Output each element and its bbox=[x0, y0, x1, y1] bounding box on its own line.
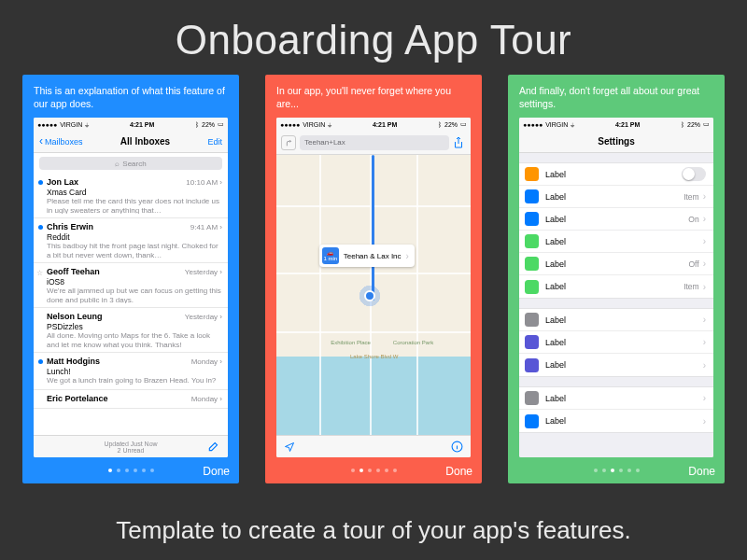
mail-row[interactable]: Matt HodginsMonday ›Lunch!We got a lunch… bbox=[34, 353, 228, 390]
wifi-icon: ⏚ bbox=[85, 121, 89, 128]
settings-list[interactable]: LabelLabelItem›LabelOn›Label›LabelOff›La… bbox=[519, 153, 713, 457]
unread-dot-icon bbox=[38, 359, 43, 364]
settings-row[interactable]: Label› bbox=[519, 309, 713, 331]
mail-preview: Please tell me the card this year does n… bbox=[47, 197, 222, 214]
settings-label: Label bbox=[545, 259, 688, 269]
directions-button[interactable] bbox=[281, 135, 296, 150]
settings-app-icon bbox=[525, 335, 539, 349]
bluetooth-icon: ᛒ bbox=[195, 121, 199, 128]
page-dot[interactable] bbox=[619, 469, 623, 472]
page-dot[interactable] bbox=[393, 469, 397, 472]
bluetooth-icon: ᛒ bbox=[438, 121, 442, 128]
page-dot[interactable] bbox=[359, 469, 363, 472]
mail-row[interactable]: Nelson LeungYesterday ›PSDizzlesAll done… bbox=[34, 308, 228, 353]
page-dot[interactable] bbox=[150, 469, 154, 472]
maps-toolbar bbox=[276, 435, 471, 457]
settings-row[interactable]: LabelOff› bbox=[519, 253, 713, 275]
settings-app-icon bbox=[525, 234, 539, 248]
panels-row: This is an explanation of what this feat… bbox=[0, 75, 747, 483]
mail-time: Yesterday › bbox=[185, 313, 222, 321]
maps-navbar: Teehan+Lax bbox=[276, 131, 471, 155]
signal-dots-icon: ●●●●● bbox=[523, 121, 543, 128]
car-pin-icon: 🚗 1 min bbox=[322, 247, 339, 264]
page-dots[interactable] bbox=[108, 469, 154, 472]
settings-app-icon bbox=[525, 189, 539, 203]
map-canvas[interactable]: 🚗 1 min Teehan & Lax Inc › Exhibition Pl… bbox=[276, 155, 471, 435]
back-button[interactable]: Mailboxes bbox=[39, 137, 83, 147]
page-dot[interactable] bbox=[134, 469, 137, 472]
done-button[interactable]: Done bbox=[445, 465, 472, 478]
page-dot[interactable] bbox=[376, 469, 380, 472]
page-dot[interactable] bbox=[108, 469, 112, 472]
page-dots[interactable] bbox=[594, 469, 640, 472]
mail-row[interactable]: Jon Lax10:10 AM ›Xmas CardPlease tell me… bbox=[34, 174, 228, 218]
settings-row[interactable]: Label› bbox=[519, 410, 713, 432]
chevron-right-icon: › bbox=[703, 393, 706, 403]
current-location-icon bbox=[358, 284, 382, 308]
chevron-right-icon: › bbox=[703, 236, 706, 246]
page-dot[interactable] bbox=[125, 469, 129, 472]
page-dot[interactable] bbox=[594, 469, 598, 472]
map-callout[interactable]: 🚗 1 min Teehan & Lax Inc › bbox=[319, 245, 415, 267]
map-poi-label: Coronation Park bbox=[393, 340, 433, 345]
battery-label: 22% bbox=[202, 121, 215, 128]
settings-title: Settings bbox=[598, 136, 634, 147]
settings-row[interactable]: LabelItem› bbox=[519, 275, 713, 298]
panel-blurb: This is an explanation of what this feat… bbox=[34, 84, 228, 112]
settings-app-icon bbox=[525, 313, 539, 327]
callout-eta: 1 min bbox=[323, 256, 337, 261]
toggle-switch[interactable] bbox=[682, 167, 706, 181]
mail-preview: All done. Moving onto Maps for the 6. Ta… bbox=[47, 331, 222, 348]
settings-row[interactable]: Label› bbox=[519, 354, 713, 376]
page-dot[interactable] bbox=[117, 469, 120, 472]
settings-row[interactable]: LabelOn› bbox=[519, 208, 713, 231]
settings-row[interactable]: Label› bbox=[519, 231, 713, 253]
edit-button[interactable]: Edit bbox=[207, 137, 222, 147]
done-button[interactable]: Done bbox=[688, 465, 715, 478]
page-dot[interactable] bbox=[142, 469, 146, 472]
mail-list[interactable]: Jon Lax10:10 AM ›Xmas CardPlease tell me… bbox=[34, 174, 228, 435]
search-input[interactable]: ⌕ Search bbox=[39, 157, 222, 170]
settings-label: Label bbox=[545, 338, 703, 347]
page-dot[interactable] bbox=[611, 469, 614, 472]
settings-group: Label›Label›Label› bbox=[519, 308, 713, 377]
turn-arrow-icon bbox=[284, 138, 293, 147]
mail-row[interactable]: ☆Geoff TeehanYesterday ›iOS8We're all ja… bbox=[34, 263, 228, 308]
done-button[interactable]: Done bbox=[203, 465, 230, 478]
settings-row[interactable]: Label› bbox=[519, 387, 713, 410]
compose-icon bbox=[207, 440, 220, 453]
settings-app-icon bbox=[525, 414, 539, 428]
share-button[interactable] bbox=[453, 136, 466, 149]
page-dot[interactable] bbox=[602, 469, 606, 472]
settings-row[interactable]: Label› bbox=[519, 331, 713, 354]
status-bar: ●●●●● VIRGIN ⏚ 4:21 PM ᛒ 22% ▭ bbox=[34, 118, 228, 131]
compose-button[interactable] bbox=[207, 440, 220, 453]
locate-button[interactable] bbox=[284, 441, 295, 453]
maps-search-input[interactable]: Teehan+Lax bbox=[300, 135, 449, 150]
page-dot[interactable] bbox=[368, 469, 372, 472]
page-dot[interactable] bbox=[351, 469, 355, 472]
mail-from: Matt Hodgins bbox=[47, 357, 100, 366]
settings-group: Label›Label› bbox=[519, 386, 713, 433]
clock: 4:21 PM bbox=[615, 121, 640, 128]
mail-subject: Reddit bbox=[47, 232, 222, 242]
page-dot[interactable] bbox=[385, 469, 388, 472]
settings-group: LabelLabelItem›LabelOn›Label›LabelOff›La… bbox=[519, 162, 713, 299]
mail-from: Eric Portelance bbox=[47, 394, 108, 403]
mail-row[interactable]: Eric PortelanceMonday › bbox=[34, 390, 228, 409]
settings-label: Label bbox=[545, 360, 703, 370]
status-bar: ●●●●● VIRGIN ⏚ 4:21 PM ᛒ 22% ▭ bbox=[519, 118, 713, 131]
clock: 4:21 PM bbox=[130, 121, 154, 128]
mail-time: Monday › bbox=[191, 395, 222, 403]
mail-row[interactable]: Chris Erwin9:41 AM ›RedditThis badboy hi… bbox=[34, 218, 228, 263]
settings-label: Label bbox=[545, 215, 688, 224]
page-dot[interactable] bbox=[627, 469, 631, 472]
page-dots[interactable] bbox=[351, 469, 397, 472]
settings-label: Label bbox=[545, 282, 684, 291]
settings-row[interactable]: LabelItem› bbox=[519, 186, 713, 208]
settings-row[interactable]: Label bbox=[519, 163, 713, 186]
page-dot[interactable] bbox=[636, 469, 640, 472]
chevron-right-icon: › bbox=[703, 337, 706, 347]
wifi-icon: ⏚ bbox=[571, 121, 574, 128]
info-button[interactable] bbox=[451, 441, 463, 453]
